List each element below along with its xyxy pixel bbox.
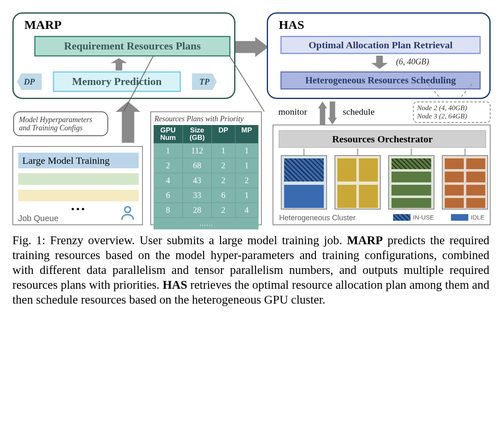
gpu-block-idle — [466, 185, 485, 196]
table-dots: …… — [154, 217, 259, 229]
cluster-label: Heterogeneous Cluster — [279, 214, 356, 222]
svg-point-0 — [125, 207, 130, 212]
table-header: MP — [235, 125, 259, 143]
table-cell: 1 — [235, 188, 259, 203]
connector — [304, 149, 304, 155]
caption-text: Fig. 1: Frenzy overview. User submits a … — [12, 233, 347, 247]
job-bar-yellow — [18, 190, 139, 201]
table-header: Size (GB) — [183, 125, 212, 143]
table-header: GPU Num — [154, 125, 183, 143]
table-cell: 112 — [183, 143, 212, 158]
table-cell: 4 — [154, 173, 183, 188]
gpu-block-idle — [466, 172, 485, 182]
node-line: Node 2 (4, 40GB) — [417, 104, 486, 112]
allocation-tuple: (6, 40GB) — [396, 57, 429, 66]
arrow-right-icon — [235, 37, 268, 57]
gpu-block-idle — [359, 158, 378, 182]
gpu-block-inuse — [284, 158, 324, 182]
gpu-block-idle — [445, 198, 464, 208]
table-cell: 6 — [154, 188, 183, 203]
gpu-block-inuse — [391, 158, 431, 169]
gpu-block-idle — [466, 158, 485, 169]
connector — [465, 149, 465, 155]
gpu-block-idle — [391, 185, 431, 196]
arrow-up-large-icon — [116, 101, 140, 143]
arrow-down-icon — [371, 56, 388, 69]
table-cell: 4 — [235, 203, 259, 217]
has-title: HAS — [279, 18, 304, 32]
cluster-node-3 — [388, 155, 434, 210]
table-grid: GPU Num Size (GB) DP MP 1 112 1 1 2 68 2… — [154, 125, 259, 229]
table-cell: 2 — [212, 158, 235, 173]
resources-plans-table: Resources Plans with Priority GPU Num Si… — [150, 111, 262, 225]
marp-box: MARP Requirement Resources Plans DP Memo… — [12, 12, 235, 99]
arrow-down-icon — [328, 101, 337, 125]
gpu-block-idle — [466, 198, 485, 208]
gpu-block-idle — [284, 185, 324, 208]
table-title: Resources Plans with Priority — [154, 114, 259, 125]
hyperparameters-callout: Model Hyperparameters and Training Confi… — [13, 111, 108, 136]
node-line: Node 3 (2, 64GB) — [417, 112, 486, 120]
table-cell: 8 — [154, 203, 183, 217]
connector — [411, 149, 412, 155]
requirement-resources-plans: Requirement Resources Plans — [34, 36, 230, 57]
caption-has: HAS — [163, 278, 187, 291]
table-cell: 68 — [183, 158, 212, 173]
optimal-allocation: Optimal Allocation Plan Retrieval — [280, 36, 481, 54]
legend-swatch-icon — [451, 214, 468, 221]
job-bar-blue: Large Model Training — [18, 153, 139, 168]
table-cell: 6 — [212, 188, 235, 203]
dp-tag: DP — [17, 73, 42, 90]
caption-marp: MARP — [347, 233, 383, 247]
job-queue-dots: ••• — [71, 204, 86, 215]
legend-inuse: IN-USE — [393, 214, 434, 221]
job-queue-label: Job Queue — [18, 214, 59, 223]
table-cell: 1 — [235, 143, 259, 158]
cluster-node-2 — [335, 155, 381, 210]
table-cell: 2 — [212, 203, 235, 217]
legend-swatch-icon — [393, 214, 410, 221]
heterogeneous-scheduling: Heterogeneous Resources Scheduling — [280, 71, 481, 90]
table-cell: 43 — [183, 173, 212, 188]
table-header: DP — [212, 125, 235, 143]
table-cell: 28 — [183, 203, 212, 217]
gpu-block-idle — [445, 185, 464, 196]
memory-prediction: Memory Prediction — [53, 71, 181, 92]
diagram-area: MARP Requirement Resources Plans DP Memo… — [12, 12, 491, 227]
gpu-block-idle — [337, 185, 356, 208]
monitor-schedule-arrows — [318, 101, 337, 125]
legend-text: IDLE — [471, 214, 484, 221]
legend-text: IN-USE — [413, 214, 434, 221]
job-queue-box: Large Model Training ••• Job Queue — [12, 146, 143, 225]
table-cell: 1 — [154, 143, 183, 158]
arrow-up-icon — [111, 58, 127, 71]
gpu-block-idle — [337, 158, 356, 182]
gpu-block-idle — [391, 172, 431, 182]
job-bar-green — [18, 173, 139, 185]
figure-container: MARP Requirement Resources Plans DP Memo… — [12, 12, 491, 307]
node-callout: Node 2 (4, 40GB) Node 3 (2, 64GB) — [413, 101, 491, 123]
monitor-label: monitor — [278, 106, 307, 117]
has-box: HAS Optimal Allocation Plan Retrieval (6… — [267, 12, 491, 99]
table-cell: 1 — [212, 143, 235, 158]
table-cell: 2 — [154, 158, 183, 173]
tp-tag: TP — [192, 73, 217, 90]
gpu-block-idle — [391, 198, 431, 208]
cluster-node-4 — [442, 155, 488, 210]
gpu-block-idle — [359, 185, 378, 208]
legend-idle: IDLE — [451, 214, 484, 221]
resources-orchestrator: Resources Orchestrator — [279, 130, 486, 148]
arrow-up-icon — [318, 101, 327, 125]
connector — [357, 149, 358, 155]
gpu-block-idle — [445, 172, 464, 182]
figure-caption: Fig. 1: Frenzy overview. User submits a … — [12, 233, 489, 307]
table-cell: 2 — [235, 173, 259, 188]
schedule-label: schedule — [343, 106, 375, 117]
marp-title: MARP — [24, 18, 62, 32]
gpu-block-idle — [445, 158, 464, 169]
table-cell: 33 — [183, 188, 212, 203]
cluster-box: Resources Orchestrator — [273, 125, 491, 225]
table-cell: 1 — [235, 158, 259, 173]
cluster-node-1 — [281, 155, 327, 210]
user-icon — [119, 204, 136, 221]
